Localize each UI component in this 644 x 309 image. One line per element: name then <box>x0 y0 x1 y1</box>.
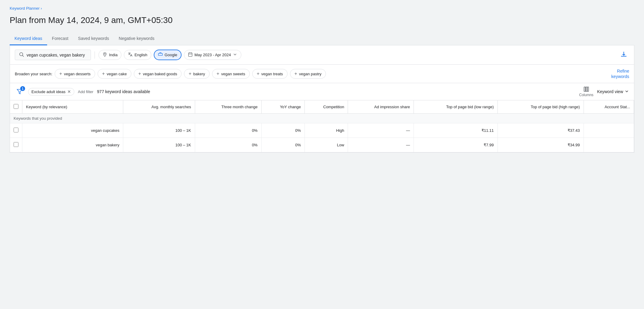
filter-badge-button[interactable]: 1 <box>15 87 24 96</box>
top-bid-high-cell: ₹37.43 <box>497 123 584 138</box>
broaden-chip-vegan-treats[interactable]: + vegan treats <box>252 69 288 79</box>
plus-icon: + <box>102 71 105 76</box>
col-checkbox[interactable] <box>10 100 22 114</box>
svg-rect-6 <box>584 87 585 92</box>
exclude-adult-filter-tag: Exclude adult ideas ✕ <box>28 88 74 96</box>
row-checkbox-cell[interactable] <box>10 138 22 152</box>
main-content: India English <box>10 45 634 153</box>
plus-icon: + <box>59 71 62 76</box>
broaden-chips: + vegan desserts + vegan cake + vegan ba… <box>55 69 609 79</box>
divider <box>95 51 95 59</box>
toolbar-bar: 1 Exclude adult ideas ✕ Add filter 977 k… <box>10 83 634 100</box>
broaden-chip-label: vegan pastry <box>299 72 321 76</box>
svg-point-0 <box>20 53 23 56</box>
row-checkbox-vegan-cupcakes[interactable] <box>14 128 18 132</box>
location-filter[interactable]: India <box>98 50 121 60</box>
section-row-provided: Keywords that you provided <box>10 114 634 123</box>
refine-keywords-link[interactable]: Refinekeywords <box>611 68 629 79</box>
tab-negative-keywords[interactable]: Negative keywords <box>114 32 159 45</box>
col-avg-monthly-header[interactable]: Avg. monthly searches <box>123 100 195 114</box>
tabs-bar: Keyword ideas Forecast Saved keywords Ne… <box>10 32 634 45</box>
network-label: Google <box>165 53 177 57</box>
keyword-cell: vegan bakery <box>22 138 123 152</box>
tab-saved-keywords[interactable]: Saved keywords <box>73 32 114 45</box>
language-label: English <box>134 53 147 57</box>
col-top-bid-high-header[interactable]: Top of page bid (high range) <box>497 100 584 114</box>
tab-keyword-ideas[interactable]: Keyword ideas <box>10 32 47 45</box>
keyword-name[interactable]: vegan cupcakes <box>91 128 119 133</box>
columns-button[interactable]: Columns <box>579 86 593 97</box>
broaden-chip-vegan-baked-goods[interactable]: + vegan baked goods <box>134 69 182 79</box>
date-range-filter[interactable]: May 2023 - Apr 2024 <box>184 50 242 60</box>
row-checkbox-cell[interactable] <box>10 123 22 138</box>
remove-filter-button[interactable]: ✕ <box>67 89 71 94</box>
network-filter[interactable]: Google <box>154 50 182 60</box>
account-status-cell <box>584 123 634 138</box>
table-row: vegan bakery 100 – 1K 0% 0% Low <box>10 138 634 152</box>
col-top-bid-low-header[interactable]: Top of page bid (low range) <box>414 100 497 114</box>
plus-icon: + <box>295 71 297 76</box>
download-button[interactable] <box>618 49 629 61</box>
col-yoy-header[interactable]: YoY change <box>261 100 304 114</box>
avg-monthly-cell: 100 – 1K <box>123 123 195 138</box>
broaden-chip-label: vegan cake <box>107 72 127 76</box>
keyword-count-label: 977 keyword ideas available <box>97 89 150 94</box>
table-row: vegan cupcakes 100 – 1K 0% 0% High <box>10 123 634 138</box>
add-filter-button[interactable]: Add filter <box>78 89 93 94</box>
plus-icon: + <box>188 71 191 76</box>
competition-cell: Low <box>305 138 348 152</box>
broaden-chip-vegan-cake[interactable]: + vegan cake <box>98 69 131 79</box>
search-input[interactable] <box>27 53 87 57</box>
calendar-icon <box>188 52 193 58</box>
broaden-chip-vegan-pastry[interactable]: + vegan pastry <box>290 69 326 79</box>
svg-rect-7 <box>586 87 587 92</box>
keyword-cell: vegan cupcakes <box>22 123 123 138</box>
broaden-label: Broaden your search: <box>15 72 52 76</box>
keyword-name[interactable]: vegan bakery <box>96 143 119 147</box>
broaden-chip-label: vegan desserts <box>64 72 91 76</box>
col-keyword-header[interactable]: Keyword (by relevance) <box>22 100 123 114</box>
section-label: Keywords that you provided <box>14 116 62 121</box>
col-account-status-header[interactable]: Account Stat... <box>584 100 634 114</box>
account-status-cell <box>584 138 634 152</box>
yoy-cell: 0% <box>261 123 304 138</box>
competition-cell: High <box>305 123 348 138</box>
select-all-checkbox[interactable] <box>14 104 18 109</box>
search-box[interactable] <box>15 50 91 60</box>
svg-point-2 <box>104 53 105 54</box>
network-icon <box>158 52 163 58</box>
top-bid-high-cell: ₹34.99 <box>497 138 584 152</box>
svg-rect-3 <box>158 54 162 56</box>
top-bid-low-cell: ₹7.99 <box>414 138 497 152</box>
broaden-chip-label: vegan treats <box>261 72 283 76</box>
broaden-chip-bakery[interactable]: + bakery <box>184 69 209 79</box>
tab-forecast[interactable]: Forecast <box>47 32 73 45</box>
keywords-table: Keyword (by relevance) Avg. monthly sear… <box>10 100 634 152</box>
language-filter[interactable]: English <box>124 50 151 60</box>
avg-monthly-cell: 100 – 1K <box>123 138 195 152</box>
col-three-month-header[interactable]: Three month change <box>195 100 261 114</box>
col-ad-impression-header[interactable]: Ad impression share <box>348 100 414 114</box>
plus-icon: + <box>257 71 259 76</box>
broaden-chip-label: vegan baked goods <box>143 72 177 76</box>
location-icon <box>102 52 107 58</box>
language-icon <box>128 52 133 58</box>
row-checkbox-vegan-bakery[interactable] <box>14 142 18 147</box>
breadcrumb[interactable]: Keyword Planner › <box>10 6 634 11</box>
chevron-down-icon <box>624 89 629 95</box>
broaden-chip-vegan-desserts[interactable]: + vegan desserts <box>55 69 95 79</box>
keyword-view-button[interactable]: Keyword view <box>597 89 629 95</box>
plus-icon: + <box>138 71 141 76</box>
top-bid-low-cell: ₹11.11 <box>414 123 497 138</box>
broaden-chip-vegan-sweets[interactable]: + vegan sweets <box>212 69 250 79</box>
col-competition-header[interactable]: Competition <box>305 100 348 114</box>
three-month-cell: 0% <box>195 138 261 152</box>
broaden-bar: Broaden your search: + vegan desserts + … <box>10 65 634 83</box>
svg-rect-4 <box>188 53 192 57</box>
competition-value: Low <box>337 143 344 147</box>
filter-tag-label: Exclude adult ideas <box>31 89 66 94</box>
three-month-cell: 0% <box>195 123 261 138</box>
columns-label: Columns <box>579 93 593 97</box>
location-label: India <box>109 53 118 57</box>
broaden-chip-label: vegan sweets <box>221 72 245 76</box>
